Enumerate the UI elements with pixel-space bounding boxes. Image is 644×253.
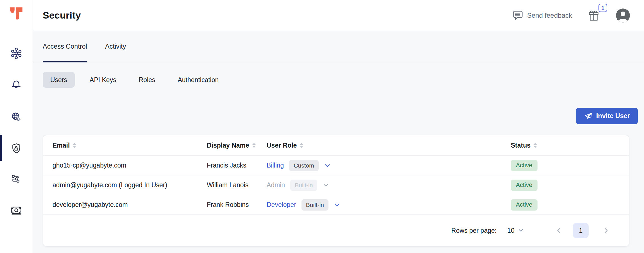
sidebar-item-integrations[interactable] xyxy=(10,173,23,186)
rows-per-page-value: 10 xyxy=(507,227,514,234)
role-link[interactable]: Billing xyxy=(267,162,284,169)
clusters-icon xyxy=(10,47,23,60)
avatar-person-icon xyxy=(616,8,630,22)
status-badge: Active xyxy=(511,180,538,191)
network-settings-icon xyxy=(10,110,23,123)
table-row: developer@yugabyte.com Frank Robbins Dev… xyxy=(43,195,629,214)
chevron-down-icon[interactable] xyxy=(324,162,331,169)
gift-count-badge: 1 xyxy=(598,4,607,12)
previous-page-button[interactable] xyxy=(555,227,563,234)
cell-status: Active xyxy=(511,199,629,211)
invite-user-button[interactable]: Invite User xyxy=(576,108,638,124)
rows-per-page-label: Rows per page: xyxy=(451,227,496,234)
yugabyte-logo[interactable] xyxy=(9,6,24,21)
column-header-user-role[interactable]: User Role xyxy=(267,142,511,149)
alerts-icon xyxy=(10,78,23,91)
subtab-authentication[interactable]: Authentication xyxy=(170,72,226,88)
subtab-bar: Users API Keys Roles Authentication xyxy=(43,72,644,88)
next-page-button[interactable] xyxy=(602,227,609,234)
role-type-chip: Built-in xyxy=(301,199,328,211)
send-feedback-button[interactable]: Send feedback xyxy=(513,10,572,21)
status-badge: Active xyxy=(511,199,538,211)
subtab-roles[interactable]: Roles xyxy=(131,72,163,88)
sidebar-item-security[interactable] xyxy=(10,142,23,155)
cell-display-name: Francis Jacks xyxy=(207,162,267,169)
sort-icon[interactable] xyxy=(73,143,76,148)
user-avatar[interactable] xyxy=(616,8,630,22)
cell-status: Active xyxy=(511,160,629,171)
gift-icon xyxy=(588,8,600,22)
security-shield-lock-icon xyxy=(10,142,23,155)
role-link: Admin xyxy=(267,181,285,189)
cell-email: admin@yugabyte.com (Logged In User) xyxy=(53,181,207,189)
column-header-email[interactable]: Email xyxy=(53,142,207,149)
cell-display-name: Frank Robbins xyxy=(207,201,267,209)
whats-new-button[interactable]: 1 xyxy=(588,8,600,22)
table-row: gho15-cp@yugabyte.com Francis Jacks Bill… xyxy=(43,155,629,175)
cell-user-role: Billing Custom xyxy=(267,160,511,171)
sidebar-item-billing[interactable] xyxy=(10,204,23,217)
tab-access-control[interactable]: Access Control xyxy=(43,31,87,62)
send-feedback-label: Send feedback xyxy=(527,12,572,19)
feedback-bubble-icon xyxy=(513,10,523,21)
page-header: Security Send feedback xyxy=(33,0,644,31)
tab-activity[interactable]: Activity xyxy=(105,31,126,62)
sidebar xyxy=(0,0,33,253)
current-page-button[interactable]: 1 xyxy=(573,223,589,238)
paper-plane-icon xyxy=(584,112,592,120)
column-header-display-name[interactable]: Display Name xyxy=(207,142,267,149)
sidebar-item-clusters[interactable] xyxy=(10,47,23,60)
page-title: Security xyxy=(43,10,81,21)
chevron-down-icon xyxy=(518,227,524,234)
role-type-chip: Built-in xyxy=(290,180,317,191)
rows-per-page-select[interactable]: 10 xyxy=(507,227,524,234)
cell-email: developer@yugabyte.com xyxy=(53,201,207,209)
main-content: Access Control Activity Users API Keys R… xyxy=(33,31,644,253)
sort-icon[interactable] xyxy=(252,143,256,148)
table-header-row: Email Display Name User Role Status xyxy=(43,135,629,155)
tab-bar: Access Control Activity xyxy=(33,31,644,62)
role-type-chip: Custom xyxy=(289,160,318,171)
table-row: admin@yugabyte.com (Logged In User) Will… xyxy=(43,175,629,195)
cell-user-role: Developer Built-in xyxy=(267,199,511,211)
subtab-users[interactable]: Users xyxy=(43,72,75,88)
subtab-api-keys[interactable]: API Keys xyxy=(82,72,124,88)
current-page-number: 1 xyxy=(579,227,583,234)
pagination-bar: Rows per page: 10 1 xyxy=(43,214,629,246)
sort-icon[interactable] xyxy=(534,143,537,148)
role-link[interactable]: Developer xyxy=(267,201,296,209)
users-table-card: Email Display Name User Role Status gho1… xyxy=(43,135,629,247)
sort-icon[interactable] xyxy=(300,143,303,148)
status-badge: Active xyxy=(511,160,538,171)
sidebar-item-alerts[interactable] xyxy=(10,78,23,91)
column-header-status[interactable]: Status xyxy=(511,142,629,149)
integrations-icon xyxy=(10,173,23,186)
invite-user-label: Invite User xyxy=(596,112,630,120)
cell-email: gho15-cp@yugabyte.com xyxy=(53,162,207,169)
chevron-down-icon[interactable] xyxy=(323,182,329,189)
cell-display-name: William Lanois xyxy=(207,181,267,189)
active-nav-indicator xyxy=(0,135,2,161)
cell-status: Active xyxy=(511,180,629,191)
sidebar-item-network-settings[interactable] xyxy=(10,110,23,123)
cell-user-role: Admin Built-in xyxy=(267,180,511,191)
billing-icon xyxy=(10,204,23,217)
chevron-down-icon[interactable] xyxy=(334,202,341,208)
